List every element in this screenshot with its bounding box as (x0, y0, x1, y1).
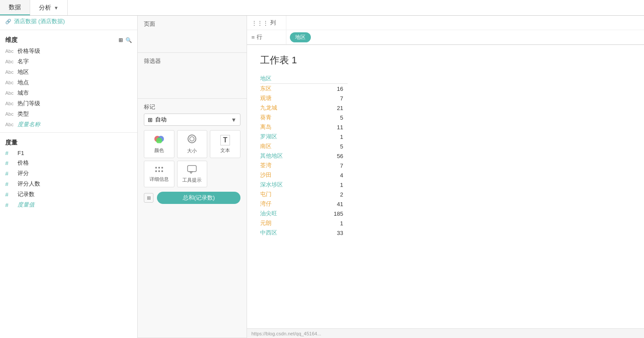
table-row[interactable]: 深水埗区1 (260, 180, 348, 190)
value-cell-9: 4 (321, 170, 348, 180)
rows-label-text: 行 (257, 33, 262, 41)
measure-item-2[interactable]: # 评分 (0, 168, 137, 179)
grid-icon[interactable]: ⊞ (118, 37, 123, 43)
table-row[interactable]: 离岛11 (260, 122, 348, 132)
value-cell-15: 33 (321, 228, 348, 238)
abc-icon-6: Abc (5, 111, 14, 117)
table-row[interactable]: 其他地区56 (260, 151, 348, 161)
value-cell-12: 41 (321, 199, 348, 209)
dim-item-0[interactable]: Abc 价格等级 (0, 46, 137, 56)
data-source-item[interactable]: 🔗 酒店数据 (酒店数据) (0, 16, 137, 27)
value-cell-14: 1 (321, 218, 348, 228)
marks-title: 标记 (144, 103, 240, 111)
data-source-label: 酒店数据 (酒店数据) (14, 17, 65, 25)
marks-buttons-grid: 颜色 大小 T 文本 (144, 130, 240, 187)
dim-item-4[interactable]: Abc 城市 (0, 88, 137, 98)
measure-item-4[interactable]: # 记录数 (0, 189, 137, 200)
measure-item-1[interactable]: # 价格 (0, 158, 137, 168)
region-cell-1: 观塘 (260, 93, 321, 103)
measure-label-5: 度量值 (17, 201, 35, 209)
tooltip-btn[interactable]: 工具提示 (177, 161, 208, 187)
table-row[interactable]: 荃湾7 (260, 161, 348, 170)
marks-dropdown[interactable]: ⊞ 自动 ▼ (144, 114, 240, 126)
dim-item-1[interactable]: Abc 名字 (0, 56, 137, 67)
value-cell-4: 11 (321, 122, 348, 132)
hash-icon-3: # (5, 181, 14, 187)
table-row[interactable]: 罗湖区1 (260, 132, 348, 141)
tab-analysis-arrow: ▼ (54, 5, 59, 10)
region-cell-5: 罗湖区 (260, 132, 321, 141)
dim-item-2[interactable]: Abc 地区 (0, 67, 137, 77)
columns-shelf-content[interactable] (286, 21, 644, 24)
svg-rect-11 (188, 166, 196, 172)
dim-item-7[interactable]: Abc 度量名称 (0, 119, 137, 130)
table-row[interactable]: 葵青5 (260, 113, 348, 122)
region-cell-15: 中西区 (260, 228, 321, 238)
measure-item-0[interactable]: # F1 (0, 148, 137, 158)
color-btn[interactable]: 颜色 (144, 130, 174, 158)
dim-label-2: 地区 (17, 68, 29, 76)
tab-data-label: 数据 (9, 3, 21, 11)
detail-btn[interactable]: 详细信息 (144, 161, 174, 187)
tab-analysis[interactable]: 分析 ▼ (30, 0, 68, 15)
svg-point-6 (158, 167, 160, 169)
dim-item-6[interactable]: Abc 类型 (0, 109, 137, 119)
measures-title: 度量 (5, 139, 17, 147)
region-cell-14: 元朗 (260, 218, 321, 228)
region-cell-13: 油尖旺 (260, 209, 321, 218)
dim-label-4: 城市 (17, 89, 29, 97)
dim-item-3[interactable]: Abc 地点 (0, 77, 137, 88)
worksheet-area: 工作表 1 地区 东区16观塘7九龙城21葵青5离岛11罗湖区1南区5其他地区5… (247, 45, 644, 328)
abc-icon-3: Abc (5, 80, 14, 85)
measure-label-2: 评分 (17, 169, 29, 177)
dimensions-header: 维度 ⊞ 🔍 (0, 33, 137, 46)
rows-pill-region[interactable]: 地区 (290, 32, 311, 42)
svg-point-4 (190, 137, 194, 141)
value-cell-0: 16 (321, 84, 348, 94)
hash-icon-2: # (5, 170, 14, 177)
sum-plus-icon[interactable]: ⊞ (144, 193, 153, 203)
table-row[interactable]: 东区16 (260, 84, 348, 94)
main-layout: 🔗 酒店数据 (酒店数据) 维度 ⊞ 🔍 Abc 价格等级 Abc 名字 Abc… (0, 16, 644, 338)
abc-icon-7: Abc (5, 122, 14, 127)
search-icon[interactable]: 🔍 (125, 37, 132, 43)
measure-item-5[interactable]: # 度量值 (0, 200, 137, 210)
table-row[interactable]: 屯门2 (260, 190, 348, 199)
measure-item-3[interactable]: # 评分人数 (0, 179, 137, 189)
table-row[interactable]: 观塘7 (260, 93, 348, 103)
data-table: 地区 东区16观塘7九龙城21葵青5离岛11罗湖区1南区5其他地区56荃湾7沙田… (260, 74, 348, 238)
tooltip-btn-icon (187, 165, 197, 175)
svg-point-3 (188, 135, 196, 143)
dim-label-1: 名字 (17, 58, 29, 66)
region-cell-8: 荃湾 (260, 161, 321, 170)
dim-label-0: 价格等级 (17, 47, 40, 55)
value-cell-2: 21 (321, 103, 348, 113)
table-row[interactable]: 油尖旺185 (260, 209, 348, 218)
table-row[interactable]: 中西区33 (260, 228, 348, 238)
table-row[interactable]: 沙田4 (260, 170, 348, 180)
table-row[interactable]: 湾仔41 (260, 199, 348, 209)
table-row[interactable]: 南区5 (260, 141, 348, 151)
table-row[interactable]: 九龙城21 (260, 103, 348, 113)
text-btn[interactable]: T 文本 (210, 130, 240, 158)
size-btn[interactable]: 大小 (177, 130, 208, 158)
value-cell-6: 5 (321, 141, 348, 151)
region-cell-11: 屯门 (260, 190, 321, 199)
region-cell-10: 深水埗区 (260, 180, 321, 190)
columns-label-text: 列 (270, 19, 276, 27)
top-tabs: 数据 分析 ▼ (0, 0, 644, 16)
size-btn-label: 大小 (187, 148, 197, 154)
sum-pill[interactable]: 总和(记录数) (157, 192, 240, 204)
text-btn-label: 文本 (220, 147, 230, 154)
region-cell-6: 南区 (260, 141, 321, 151)
hash-icon-4: # (5, 191, 14, 198)
dim-label-5: 热门等级 (17, 100, 40, 107)
marks-dropdown-icon: ⊞ (148, 117, 153, 123)
value-cell-11: 2 (321, 190, 348, 199)
tab-data[interactable]: 数据 (0, 0, 30, 15)
table-row[interactable]: 元朗1 (260, 218, 348, 228)
rows-shelf-row: ≡ 行 地区 (247, 30, 644, 45)
region-cell-3: 葵青 (260, 113, 321, 122)
dim-item-5[interactable]: Abc 热门等级 (0, 98, 137, 109)
rows-shelf-content[interactable]: 地区 (286, 31, 644, 44)
